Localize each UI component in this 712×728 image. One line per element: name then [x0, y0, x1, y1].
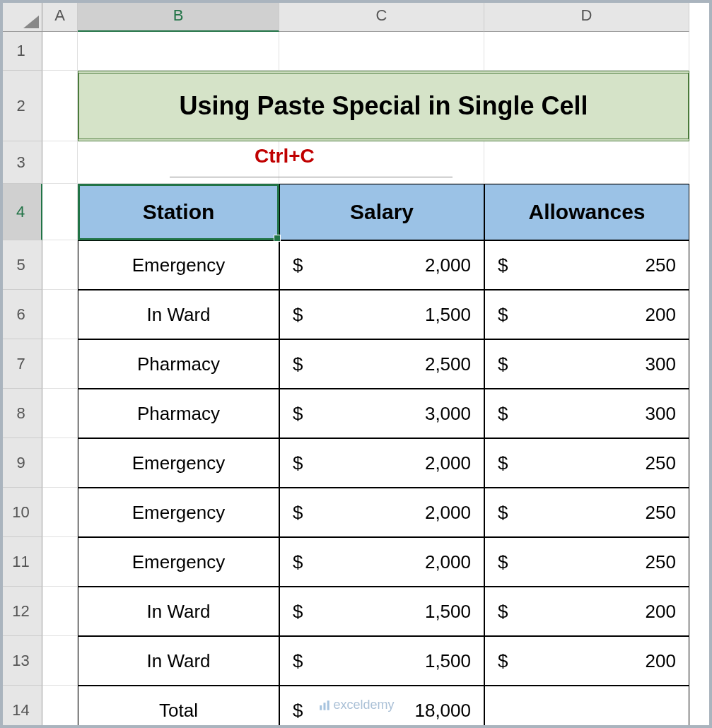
col-header-c[interactable]: C [279, 0, 484, 32]
row-header-13[interactable]: 13 [0, 636, 42, 686]
row-header-12[interactable]: 12 [0, 587, 42, 636]
value: 250 [646, 502, 676, 524]
total-label[interactable]: Total [78, 686, 279, 728]
cell-a3[interactable] [42, 141, 78, 184]
col-header-d[interactable]: D [484, 0, 689, 32]
table-row-salary[interactable]: $1,500 [279, 587, 484, 636]
row-header-14[interactable]: 14 [0, 686, 42, 728]
cell-a4[interactable] [42, 184, 78, 240]
table-row-allowance[interactable]: $200 [484, 290, 689, 339]
cell-a10[interactable] [42, 488, 78, 537]
cell-a14[interactable] [42, 686, 78, 728]
row-header-9[interactable]: 9 [0, 438, 42, 488]
currency-symbol: $ [498, 601, 508, 623]
value: 2,000 [425, 502, 471, 524]
value: 2,500 [425, 353, 471, 375]
table-row-allowance[interactable]: $250 [484, 537, 689, 587]
cell-a12[interactable] [42, 587, 78, 636]
value: 300 [646, 403, 676, 425]
table-row-allowance[interactable]: $200 [484, 636, 689, 686]
table-row-salary[interactable]: $2,000 [279, 438, 484, 488]
cell-d1[interactable] [484, 32, 689, 71]
currency-symbol: $ [293, 601, 303, 623]
value: 200 [646, 601, 676, 623]
shortcut-label: Ctrl+C [255, 145, 315, 168]
value: 2,000 [425, 551, 471, 573]
value: 1,500 [425, 650, 471, 672]
row-header-4[interactable]: 4 [0, 184, 42, 240]
chart-icon [317, 699, 330, 712]
table-row-allowance[interactable]: $200 [484, 587, 689, 636]
value: 250 [646, 551, 676, 573]
table-row-salary[interactable]: $3,000 [279, 389, 484, 438]
currency-symbol: $ [293, 304, 303, 326]
table-row-station[interactable]: Pharmacy [78, 339, 279, 389]
table-row-salary[interactable]: $2,500 [279, 339, 484, 389]
header-salary[interactable]: Salary [279, 184, 484, 240]
table-row-salary[interactable]: $2,000 [279, 537, 484, 587]
table-row-station[interactable]: Emergency [78, 537, 279, 587]
spreadsheet-grid: A B C D 1 2 Using Paste Special in Singl… [0, 0, 712, 728]
currency-symbol: $ [498, 403, 508, 425]
row-header-6[interactable]: 6 [0, 290, 42, 339]
cell-d3[interactable] [484, 141, 689, 184]
value: 1,500 [425, 601, 471, 623]
table-row-station[interactable]: In Ward [78, 587, 279, 636]
cell-a6[interactable] [42, 290, 78, 339]
table-row-station[interactable]: Emergency [78, 438, 279, 488]
currency-symbol: $ [293, 452, 303, 474]
row-header-1[interactable]: 1 [0, 32, 42, 71]
cell-a5[interactable] [42, 240, 78, 290]
watermark: exceldemy [317, 698, 394, 712]
table-row-allowance[interactable]: $250 [484, 488, 689, 537]
currency-symbol: $ [293, 551, 303, 573]
cell-a2[interactable] [42, 71, 78, 141]
table-row-station[interactable]: Emergency [78, 240, 279, 290]
cell-a11[interactable] [42, 537, 78, 587]
table-row-allowance[interactable]: $250 [484, 240, 689, 290]
col-header-b[interactable]: B [78, 0, 279, 32]
table-row-salary[interactable]: $1,500 [279, 636, 484, 686]
table-row-salary[interactable]: $1,500 [279, 290, 484, 339]
svg-rect-0 [320, 705, 322, 710]
table-row-allowance[interactable]: $300 [484, 339, 689, 389]
table-row-salary[interactable]: $2,000 [279, 240, 484, 290]
header-allowances[interactable]: Allowances [484, 184, 689, 240]
table-row-station[interactable]: In Ward [78, 636, 279, 686]
watermark-text: exceldemy [333, 698, 394, 712]
cell-a9[interactable] [42, 438, 78, 488]
row-header-8[interactable]: 8 [0, 389, 42, 438]
value: 200 [646, 650, 676, 672]
currency-symbol: $ [498, 254, 508, 276]
cell-b3[interactable] [78, 141, 279, 184]
table-row-allowance[interactable]: $250 [484, 438, 689, 488]
cell-a8[interactable] [42, 389, 78, 438]
page-title[interactable]: Using Paste Special in Single Cell [78, 71, 689, 141]
total-allowance-empty[interactable] [484, 686, 689, 728]
currency-symbol: $ [293, 650, 303, 672]
currency-symbol: $ [498, 304, 508, 326]
table-row-station[interactable]: Pharmacy [78, 389, 279, 438]
row-header-3[interactable]: 3 [0, 141, 42, 184]
cell-a7[interactable] [42, 339, 78, 389]
header-station[interactable]: Station [78, 184, 279, 240]
svg-rect-1 [323, 703, 325, 710]
cell-c1[interactable] [279, 32, 484, 71]
row-header-7[interactable]: 7 [0, 339, 42, 389]
cell-a1[interactable] [42, 32, 78, 71]
row-header-11[interactable]: 11 [0, 537, 42, 587]
table-row-station[interactable]: Emergency [78, 488, 279, 537]
select-all-corner[interactable] [0, 0, 42, 32]
row-header-2[interactable]: 2 [0, 71, 42, 141]
currency-symbol: $ [498, 452, 508, 474]
cell-a13[interactable] [42, 636, 78, 686]
value: 3,000 [425, 403, 471, 425]
table-row-allowance[interactable]: $300 [484, 389, 689, 438]
row-header-10[interactable]: 10 [0, 488, 42, 537]
col-header-a[interactable]: A [42, 0, 78, 32]
table-row-salary[interactable]: $2,000 [279, 488, 484, 537]
value: 300 [646, 353, 676, 375]
table-row-station[interactable]: In Ward [78, 290, 279, 339]
cell-b1[interactable] [78, 32, 279, 71]
row-header-5[interactable]: 5 [0, 240, 42, 290]
